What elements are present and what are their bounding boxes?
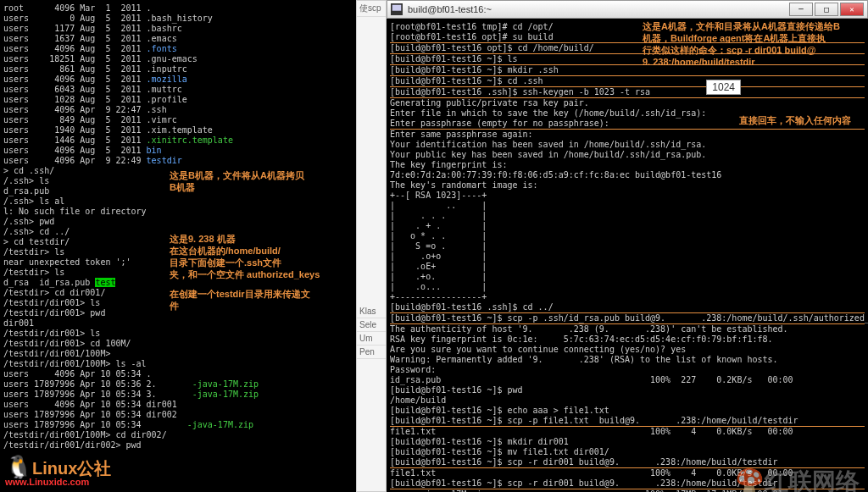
- terminal-line: /testdir/dir001> cd 100M/: [3, 339, 353, 349]
- terminal-line: [build@bf01-test16 .ssh]$ ssh-keygen -b …: [390, 87, 865, 98]
- terminal-line: users 1028 Aug 5 2011 .profile: [3, 95, 353, 105]
- terminal-line: users 4096 Aug 5 2011 .fonts: [3, 44, 353, 54]
- terminal-line: Generating public/private rsa key pair.: [390, 98, 865, 108]
- terminal-line: RSA key fingerprint is 0c:1e: 5:7c:63:74…: [390, 334, 865, 345]
- svg-rect-1: [392, 5, 402, 11]
- transfer-line: file1.txt 100% 4 0.0KB/s 00:00: [390, 427, 865, 437]
- terminal-line: users 1446 Aug 5 2011 .xinitrc.template: [3, 135, 353, 146]
- terminal-line: /testdir/dir001/dir002> pwd: [3, 440, 353, 451]
- terminal-line: users 1177 Aug 5 2011 .bashrc: [3, 24, 353, 34]
- terminal-line: /.ssh> ls al: [3, 196, 353, 207]
- terminal-line: users 17897996 Apr 10 05:36 2. -java-17M…: [3, 379, 353, 390]
- terminal-line: [build@bf01-test16 ~]$ echo aaa > file1.…: [390, 406, 865, 416]
- terminal-line: users 18251 Aug 5 2011 .gnu-emacs: [3, 54, 353, 64]
- bg-label: 使scp: [357, 1, 386, 17]
- cmd-cd-back: [build@bf01-test16 .ssh]$ cd ../: [390, 302, 865, 313]
- bg-label: Klas: [357, 305, 386, 318]
- terminal-line: Password:: [390, 365, 865, 375]
- terminal-line: /testdir/dir001/100M> ls -al: [3, 359, 353, 369]
- terminal-line: users 4096 Apr 10 05:34 dir001: [3, 400, 353, 410]
- titlebar[interactable]: build@bf01-test16:~ ─ □ ✕: [387, 0, 868, 19]
- logo-url: www.Linuxidc.com: [5, 477, 111, 487]
- terminal-line: users 6043 Aug 5 2011 .muttrc: [3, 85, 353, 95]
- cmd-scp-file: [build@bf01-test16 ~]$ scp -p file1.txt …: [390, 416, 865, 427]
- close-button[interactable]: ✕: [840, 3, 864, 16]
- maximize-button[interactable]: □: [815, 3, 838, 16]
- terminal-line: users 4096 Apr 10 05:34 .: [3, 369, 353, 379]
- terminal-line: users 17897996 Apr 10 05:34 -java-17M.zi…: [3, 420, 353, 430]
- terminal-line: users 17897996 Apr 10 05:34 dir002: [3, 410, 353, 420]
- annotation-enter: 直接回车，不输入任何内容: [739, 114, 851, 126]
- terminal-right-window: build@bf01-test16:~ ─ □ ✕ [root@bf01-tes…: [387, 0, 868, 492]
- file-list: d_rsa id_rsa.pub: [3, 278, 90, 287]
- terminal-line: +-----------------+: [390, 292, 865, 302]
- terminal-line: | S =o . |: [390, 241, 865, 252]
- terminal-line: /home/build: [390, 395, 865, 406]
- terminal-line: users 4096 Aug 5 2011 bin: [3, 146, 353, 156]
- terminal-line: [build@bf01-test16 ~]$ pwd: [390, 385, 865, 395]
- terminal-line: users 861 Aug 5 2011 .inputrc: [3, 64, 353, 75]
- terminal-line: The key's randomart image is:: [390, 180, 865, 191]
- terminal-line: [build@bf01-test16 ~]$ cd .ssh: [390, 76, 865, 87]
- cmd-mkdir: [build@bf01-test16 ~]$ mkdir dir001: [390, 437, 865, 447]
- annotation-a-machine: 这是A机器，文件和目录将从A机器直接传递给B 机器，Buildforge age…: [643, 20, 863, 68]
- annotation-ssh-setup: 这是9. 238 机器 在这台机器的/home/build/ 目录下面创建一个.…: [170, 233, 320, 280]
- terminal-line: l: No such file or directory: [3, 207, 353, 217]
- keysize-input-overlay[interactable]: 1024: [706, 80, 741, 95]
- terminal-line: users 4096 Aug 5 2011 .mozilla: [3, 75, 353, 85]
- window-title: build@bf01-test16:~: [408, 4, 787, 14]
- terminal-line: | . . . |: [390, 211, 865, 221]
- cmd-scp-r1: [build@bf01-test16 ~]$ scp -r dir001 bui…: [390, 457, 865, 468]
- terminal-line: users 17897996 Apr 10 05:34 3. -java-17M…: [3, 390, 353, 400]
- terminal-line: users 0 Aug 5 2011 .bash_history: [3, 14, 353, 24]
- terminal-line: +--[ RSA 1023]----+: [390, 191, 865, 201]
- putty-icon: [391, 3, 403, 15]
- terminal-line: | o * . . |: [390, 231, 865, 241]
- terminal-line: | .o... |: [390, 282, 865, 292]
- highlight: test: [95, 278, 115, 287]
- background-panel: 使scp Klas Sele Um Pen: [356, 0, 387, 492]
- cmd-mv: [build@bf01-test16 ~]$ mv file1.txt dir0…: [390, 447, 865, 457]
- terminal-line: users 1940 Aug 5 2011 .xim.template: [3, 125, 353, 135]
- terminal-line: /testdir/dir001/100M>: [3, 349, 353, 359]
- terminal-left[interactable]: root 4096 Mar 1 2011 .users 0 Aug 5 2011…: [0, 0, 356, 492]
- cmd-scp-pubkey: [build@bf01-test16 ~]$ scp -p .ssh/id_rs…: [390, 313, 865, 324]
- terminal-line: | .oE+ |: [390, 262, 865, 272]
- terminal-line: | .o+o |: [390, 252, 865, 262]
- bg-label: Sele: [357, 318, 386, 332]
- logo-watermark: 🍄红联网络: [735, 477, 860, 487]
- terminal-line: /testdir/dir001/100M> cd dir002/: [3, 430, 353, 440]
- logo-linux: 🐧Linux公社 www.Linuxidc.com: [5, 462, 111, 487]
- terminal-line: Your identification has been saved in /h…: [390, 140, 865, 150]
- bg-label: Um: [357, 332, 386, 346]
- terminal-line: dir001: [3, 318, 353, 329]
- terminal-line: Are you sure you want to continue connec…: [390, 345, 865, 355]
- terminal-line: 7d:e0:7d:2a:00:77:39:f0:f8:06:d5:a9:cf:f…: [390, 170, 865, 180]
- terminal-line: The authenticity of host '9. .238 (9. .2…: [390, 324, 865, 334]
- terminal-line: Warning: Permanently added '9. .238' (RS…: [390, 355, 865, 365]
- minimize-button[interactable]: ─: [789, 3, 813, 16]
- terminal-line: users 1637 Aug 5 2011 .emacs: [3, 34, 353, 44]
- terminal-line: users 4096 Apr 9 22:47 .ssh: [3, 105, 353, 115]
- terminal-line: /.ssh> pwd: [3, 217, 353, 227]
- bg-label: Pen: [357, 346, 386, 359]
- annotation-testdir: 在创建一个testdir目录用来传递文 件: [170, 288, 310, 312]
- terminal-line: root 4096 Mar 1 2011 .: [3, 3, 353, 14]
- terminal-line: /testdir/dir001> ls: [3, 329, 353, 339]
- terminal-line: users 849 Aug 5 2011 .vimrc: [3, 115, 353, 125]
- terminal-line: | .. |: [390, 201, 865, 211]
- terminal-line: The key fingerprint is:: [390, 160, 865, 170]
- terminal-line: users 4096 Apr 9 22:49 testdir: [3, 156, 353, 166]
- terminal-line: | . + . |: [390, 221, 865, 231]
- terminal-line: | .+o. |: [390, 272, 865, 282]
- annotation-b-machine: 这是B机器，文件将从A机器拷贝 B机器: [170, 169, 304, 193]
- terminal-line: Your public key has been saved in /home/…: [390, 150, 865, 160]
- terminal-right[interactable]: [root@bf01-test16 tmp]# cd /opt/[root@bf…: [387, 19, 868, 492]
- terminal-line: id_rsa.pub 100% 227 0.2KB/s 00:00: [390, 375, 865, 385]
- terminal-line: Enter same passphrase again:: [390, 130, 865, 140]
